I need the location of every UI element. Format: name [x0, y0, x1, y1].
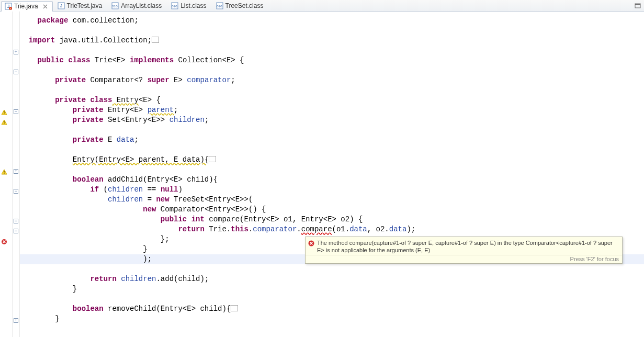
tab-treeset-class[interactable]: 010 TreeSet.class [212, 1, 268, 11]
tab-label: TrieTest.java [67, 2, 103, 9]
error-marker[interactable] [1, 237, 12, 246]
fold-collapse-icon[interactable]: − [14, 189, 18, 194]
svg-text:J: J [60, 3, 62, 8]
fold-expand-icon[interactable]: + [14, 318, 18, 323]
class-file-icon: 010 [216, 2, 223, 9]
warning-marker[interactable] [1, 167, 12, 177]
fold-expand-icon[interactable]: + [14, 169, 18, 174]
java-file-error-icon: Jx [5, 3, 12, 10]
fold-expand-icon[interactable]: + [14, 50, 18, 54]
fold-collapse-icon[interactable]: − [14, 70, 18, 74]
class-file-icon: 010 [171, 2, 178, 9]
tab-list-class[interactable]: 010 List.class [167, 1, 211, 11]
svg-rect-17 [4, 111, 4, 113]
error-icon [308, 240, 315, 247]
svg-rect-18 [4, 114, 4, 114]
svg-rect-20 [4, 123, 4, 124]
tab-trietest-java[interactable]: J TrieTest.java [54, 1, 107, 11]
tab-arraylist-class[interactable]: 010 ArrayList.class [108, 1, 166, 11]
warning-marker[interactable] [1, 108, 12, 117]
svg-rect-22 [4, 173, 4, 174]
error-message: The method compare(capture#1-of ? super … [317, 239, 619, 254]
fold-collapse-icon[interactable]: − [14, 229, 18, 233]
fold-collapse-icon[interactable]: − [14, 219, 18, 223]
fold-collapse-icon[interactable]: − [14, 109, 18, 114]
tab-label: TreeSet.class [225, 2, 264, 9]
svg-rect-19 [4, 121, 4, 123]
code-content[interactable]: package com.collection; import java.util… [20, 12, 644, 337]
tab-label: List.class [180, 2, 206, 9]
fold-gutter: + − − + − − − + [13, 12, 20, 337]
editor-tab-bar: Jx Trie.java J TrieTest.java 010 ArrayLi… [0, 0, 644, 12]
maximize-icon[interactable] [634, 2, 642, 10]
tab-label: Trie.java [14, 3, 38, 10]
error-hover-tooltip: The method compare(capture#1-of ? super … [305, 237, 623, 264]
code-editor[interactable]: + − − + − − − + package com.collection; … [0, 12, 644, 337]
java-file-icon: J [58, 2, 65, 9]
tab-label: ArrayList.class [121, 2, 162, 9]
warning-marker[interactable] [1, 118, 12, 127]
tab-trie-java[interactable]: Jx Trie.java [1, 1, 53, 12]
class-file-icon: 010 [111, 2, 119, 9]
close-icon[interactable] [42, 4, 48, 9]
marker-gutter [0, 12, 13, 337]
svg-rect-21 [4, 171, 4, 173]
hover-footer-hint: Press 'F2' for focus [306, 255, 622, 263]
